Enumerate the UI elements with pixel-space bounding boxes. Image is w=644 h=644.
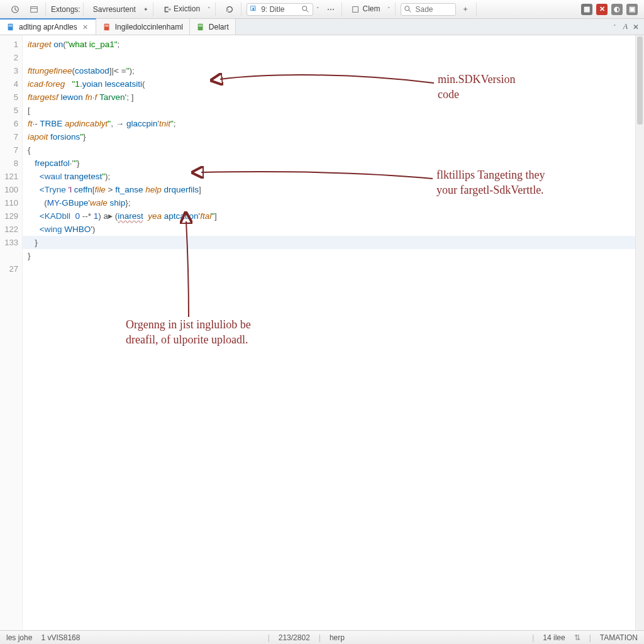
svg-rect-10 [8,24,13,31]
svg-point-8 [405,6,409,10]
line-gutter: 123455677812110011012912213327 [0,35,23,630]
svg-rect-15 [104,26,108,26]
search-icon[interactable] [301,5,310,14]
svg-rect-11 [9,25,13,26]
chevron-down-icon-2[interactable]: ˅ [386,6,392,13]
box-icon-button[interactable] [25,3,43,16]
line-number: 5 [0,91,22,104]
exit-icon [163,5,172,14]
line-number: 2 [0,51,22,64]
line-number: 110 [0,196,22,209]
file-icon [103,23,111,31]
status-help[interactable]: herp [330,633,345,642]
toolbar-search-1[interactable]: ◧ [247,3,313,16]
status-position[interactable]: 213/2802 [279,633,310,642]
code-line[interactable]: iapoit forsions"} [28,130,644,143]
exit-label: Exiction [174,4,200,13]
code-line[interactable]: <waul trangetest"); [28,170,644,183]
svg-rect-14 [104,25,108,25]
code-line[interactable]: { [28,143,644,157]
app-icon-4[interactable]: ▣ [626,4,638,15]
extensions-label: Extongs: [51,5,80,14]
search-input-1[interactable] [261,5,299,14]
refresh-button[interactable] [221,3,238,16]
nav-button[interactable]: Savresurtent [89,3,140,16]
chevron-down-icon[interactable]: ˅ [314,6,321,13]
code-line[interactable]: frepcatfol·'"} [28,157,644,170]
clem-button[interactable]: Clem [347,3,384,16]
code-line[interactable]: } [28,236,644,249]
svg-line-9 [409,9,411,12]
status-bar: les johe 1 vVIS8168 | 213/2802 | herp | … [0,630,644,644]
code-editor[interactable]: itarget on("what ic_pa1";fttungefinee(co… [23,35,644,630]
search-input-2[interactable] [415,5,453,14]
history-back-button[interactable] [6,3,24,16]
history-icon [11,5,19,14]
close-icon[interactable]: ✕ [81,23,89,31]
tab-label: Delart [209,23,229,31]
editor-tab-1[interactable]: Ingiledolccinlenhaml [96,19,190,35]
search-icon-2 [404,5,413,14]
code-line[interactable] [28,51,644,64]
code-line[interactable]: (MY-GBupe'wale ship}; [28,196,644,209]
tab-tool-a-icon[interactable]: A [623,22,628,31]
status-right-1: 14 ilee [543,633,565,642]
tab-label: adlting aprAndles [19,23,77,31]
toolbar-search-2[interactable] [401,3,456,16]
code-line[interactable]: <KADbll 0 --* 1) a▸ (inarest yea aptcati… [28,209,644,223]
line-number: 7 [0,130,22,143]
line-number: 5 [0,104,22,117]
line-number: 6 [0,117,22,130]
svg-point-5 [303,6,307,10]
tab-bar: adlting aprAndles✕IngiledolccinlenhamlDe… [0,19,644,35]
svg-rect-1 [31,7,38,13]
app-icon-2[interactable]: ✕ [596,4,608,15]
code-line[interactable]: fttungefinee(costabod]|< ="); [28,64,644,77]
dots-button[interactable]: ⋯ [323,3,339,16]
line-number: 100 [0,183,22,196]
code-line[interactable]: ft·- TRBE apdincablyt", → glaccpin'tnit"… [28,117,644,130]
app-icon-3[interactable]: ◐ [611,4,623,15]
code-line[interactable]: itarget on("what ic_pa1"; [28,38,644,51]
line-number: 1 [0,38,22,51]
svg-rect-12 [9,26,13,26]
status-left-1: les johe [6,633,32,642]
exit-button[interactable]: Exiction [158,3,204,16]
line-number: 8 [0,157,22,170]
clem-label: Clem [362,4,380,13]
code-line[interactable] [28,262,644,275]
line-number: 129 [0,209,22,223]
add-button[interactable]: ＋ [457,2,474,16]
editor-area: 123455677812110011012912213327 itarget o… [0,35,644,630]
code-line[interactable]: <Tryne 'l ceffn[file > ft_anse help drqu… [28,183,644,196]
line-number: 133 [0,236,22,249]
line-number: 7 [0,143,22,157]
tab-overflow-chevron[interactable]: ˅ [611,24,618,30]
status-left-2: 1 vVIS8168 [41,633,80,642]
code-line[interactable]: ftargetsf lewon fn·f Tarven'; ] [28,91,644,104]
editor-tab-2[interactable]: Delart [190,19,236,35]
file-icon [6,23,15,31]
search-field-icon: ◧ [250,5,258,14]
line-number: 3 [0,64,22,77]
tab-close-all-icon[interactable]: ✕ [633,23,639,31]
refresh-icon [225,5,234,14]
code-line[interactable]: } [28,249,644,262]
main-toolbar: Extongs: Savresurtent ✦ Exiction ˄ ◧ ˅ ⋯… [0,0,644,19]
code-line[interactable]: icad·foreg "1.yoian lesceatsiti( [28,77,644,91]
code-line[interactable]: <wing WHBO') [28,223,644,236]
status-sync-icon[interactable]: ⇅ [574,633,580,642]
svg-rect-13 [104,23,109,30]
chevron-up-icon[interactable]: ˄ [206,6,213,13]
app-icon-1[interactable]: ▦ [581,4,592,15]
svg-rect-16 [197,23,203,30]
line-number: 4 [0,77,22,91]
tab-label: Ingiledolccinlenhaml [115,23,183,31]
clem-icon [352,5,360,14]
svg-rect-7 [353,7,358,13]
svg-rect-17 [198,25,202,25]
file-icon [196,23,205,31]
svg-rect-18 [198,26,202,26]
editor-tab-0[interactable]: adlting aprAndles✕ [0,18,96,35]
code-line[interactable]: [ [28,104,644,117]
